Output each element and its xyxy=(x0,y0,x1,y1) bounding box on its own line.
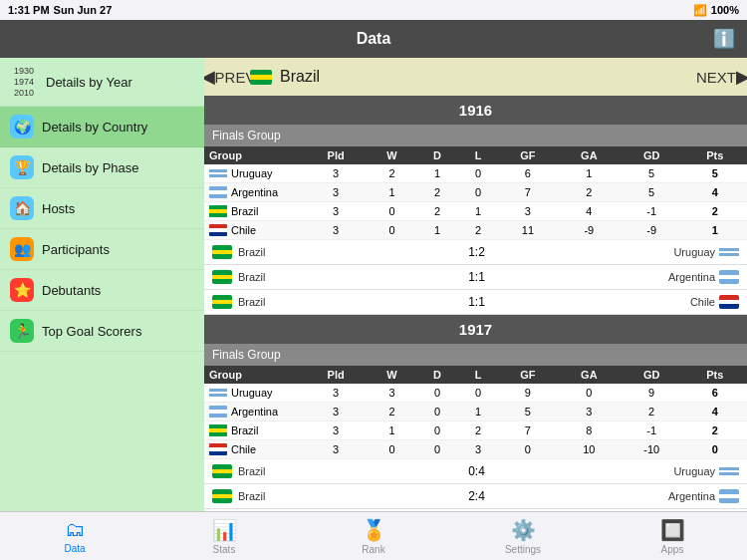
table-row: Brazil302134-12 xyxy=(204,202,747,221)
home-flag xyxy=(212,270,232,284)
tab-bar: 🗂 Data 📊 Stats 🏅 Rank ⚙️ Settings 🔲 Apps xyxy=(0,511,747,560)
table-cell: 2 xyxy=(558,183,621,202)
flag-brazil xyxy=(209,205,227,217)
table-row: Chile3003010-100 xyxy=(204,440,747,459)
table-cell: 7 xyxy=(498,421,558,440)
sidebar-item-by-country[interactable]: 🌍 Details by Country xyxy=(0,107,204,147)
match-row: Brazil 2:4 Argentina xyxy=(204,484,747,509)
flag-brazil xyxy=(209,424,227,436)
tab-settings-label: Settings xyxy=(505,544,541,555)
table-row: Chile301211-9-91 xyxy=(204,221,747,240)
sidebar-item-top-scorers[interactable]: 🏃 Top Goal Scorers xyxy=(0,311,204,352)
nav-prev-button[interactable]: ◀ PREV xyxy=(214,64,242,90)
table-cell: 5 xyxy=(621,164,683,183)
home-flag xyxy=(212,295,232,309)
flag-uruguay xyxy=(209,387,227,399)
table-row: Uruguay33009096 xyxy=(204,384,747,403)
section-1916: 1916 Finals Group Group Pld W D L GF GA … xyxy=(204,96,747,315)
sidebar-label-hosts: Hosts xyxy=(42,201,75,216)
table-cell: 3 xyxy=(304,183,368,202)
table-cell: 9 xyxy=(498,384,558,403)
col-d-1917: D xyxy=(416,366,459,384)
match-score: 1:1 xyxy=(299,295,654,309)
table-cell: 4 xyxy=(683,403,747,421)
table-row: Argentina31207254 xyxy=(204,183,747,202)
tab-stats-label: Stats xyxy=(213,544,236,555)
table-cell: 2 xyxy=(458,221,498,240)
away-info: Argentina xyxy=(660,270,739,284)
col-pld-1917: Pld xyxy=(304,366,368,384)
home-team: Brazil xyxy=(238,296,293,308)
match-score: 1:1 xyxy=(299,270,654,284)
team-name: Chile xyxy=(231,443,256,455)
home-team: Brazil xyxy=(238,490,293,502)
tab-rank[interactable]: 🏅 Rank xyxy=(299,512,448,561)
col-group: Group xyxy=(204,146,304,164)
sidebar-label-top-scorers: Top Goal Scorers xyxy=(42,324,141,339)
year-1916: 1916 xyxy=(204,96,747,125)
sidebar-label-participants: Participants xyxy=(42,242,110,257)
table-cell: 3 xyxy=(304,403,368,421)
app-header: Data ℹ️ xyxy=(0,20,747,58)
table-cell: 0 xyxy=(368,202,415,221)
status-bar: 1:31 PM Sun Jun 27 📶 100% xyxy=(0,0,747,20)
table-cell: 3 xyxy=(304,202,368,221)
col-w-1917: W xyxy=(368,366,415,384)
team-name: Argentina xyxy=(231,406,278,418)
header-title: Data xyxy=(357,30,391,48)
tab-data[interactable]: 🗂 Data xyxy=(0,512,149,560)
away-flag xyxy=(719,295,739,309)
table-cell: 11 xyxy=(498,221,558,240)
content-area: 193019742010 Details by Year 🌍 Details b… xyxy=(0,58,747,511)
sidebar-item-participants[interactable]: 👥 Participants xyxy=(0,229,204,270)
table-row: Uruguay32106155 xyxy=(204,164,747,183)
table-cell: 4 xyxy=(683,183,747,202)
tab-apps-label: Apps xyxy=(661,544,684,555)
home-team: Brazil xyxy=(238,465,293,477)
sidebar-item-debutants[interactable]: ⭐ Debutants xyxy=(0,270,204,311)
col-ga-1917: GA xyxy=(558,366,621,384)
tab-data-label: Data xyxy=(64,543,85,554)
table-cell: 1 xyxy=(416,221,459,240)
col-ga: GA xyxy=(558,146,621,164)
table-cell: 3 xyxy=(368,384,415,403)
table-cell: 1 xyxy=(558,164,621,183)
nav-country-name: Brazil xyxy=(280,68,320,86)
table-cell: 0 xyxy=(416,384,459,403)
nav-next-button[interactable]: NEXT ▶ xyxy=(709,64,737,90)
status-time: 1:31 PM xyxy=(8,4,50,16)
flag-chile xyxy=(209,443,227,455)
table-cell: 3 xyxy=(304,384,368,403)
tab-data-icon: 🗂 xyxy=(65,518,85,541)
table-cell: 0 xyxy=(683,440,747,459)
sidebar-item-hosts[interactable]: 🏠 Hosts xyxy=(0,188,204,229)
match-score: 0:4 xyxy=(299,464,654,478)
away-flag xyxy=(719,270,739,284)
table-cell: 5 xyxy=(621,183,683,202)
table-cell: 2 xyxy=(621,403,683,421)
tab-settings-icon: ⚙️ xyxy=(511,518,536,542)
col-pld: Pld xyxy=(304,146,368,164)
participants-icon: 👥 xyxy=(10,237,34,261)
sidebar-item-by-phase[interactable]: 🏆 Details by Phase xyxy=(0,147,204,188)
tab-stats[interactable]: 📊 Stats xyxy=(149,512,299,561)
away-team: Argentina xyxy=(660,490,715,502)
table-cell: 0 xyxy=(416,440,459,459)
sidebar-item-by-year[interactable]: 193019742010 Details by Year xyxy=(0,58,204,107)
tab-apps[interactable]: 🔲 Apps xyxy=(598,512,747,561)
away-team: Uruguay xyxy=(660,465,715,477)
info-icon[interactable]: ℹ️ xyxy=(713,28,735,50)
team-name: Uruguay xyxy=(231,387,273,399)
sidebar-years: 193019742010 xyxy=(10,66,38,98)
table-cell: 3 xyxy=(498,202,558,221)
tab-settings[interactable]: ⚙️ Settings xyxy=(448,512,598,561)
away-flag xyxy=(719,245,739,259)
table-cell: 9 xyxy=(621,384,683,403)
team-name: Chile xyxy=(231,224,256,236)
table-1916: Group Pld W D L GF GA GD Pts Uruguay3210… xyxy=(204,146,747,240)
table-row: Argentina32015324 xyxy=(204,403,747,421)
table-cell: 3 xyxy=(304,421,368,440)
table-cell: 0 xyxy=(416,403,459,421)
table-1917: Group Pld W D L GF GA GD Pts Uruguay3300… xyxy=(204,366,747,459)
team-name: Brazil xyxy=(231,205,259,217)
